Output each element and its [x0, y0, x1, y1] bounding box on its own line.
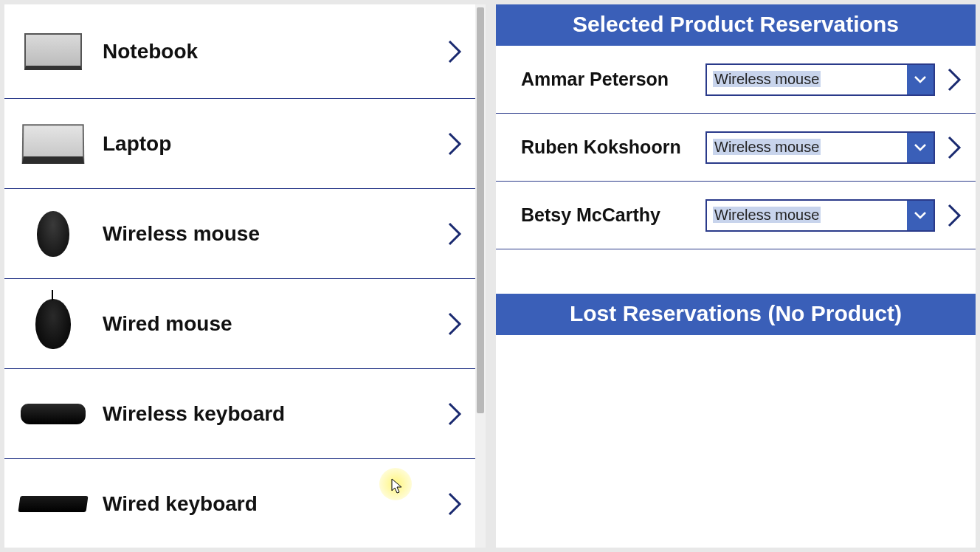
product-dropdown[interactable]: Wireless mouse: [705, 131, 935, 164]
product-row[interactable]: Wireless keyboard: [4, 369, 475, 459]
chevron-right-icon: [440, 401, 469, 427]
product-thumbnail: [18, 294, 88, 353]
dropdown-selected-value: Wireless mouse: [707, 139, 907, 156]
reservation-person: Ammar Peterson: [521, 69, 705, 90]
chevron-right-icon[interactable]: [939, 67, 968, 92]
section-gap: [496, 249, 976, 294]
chevron-down-icon: [914, 75, 927, 84]
product-thumbnail: [18, 384, 88, 444]
dropdown-selected-value: Wireless mouse: [707, 207, 907, 224]
chevron-right-icon: [440, 39, 469, 64]
reservation-row: Ruben Kokshoorn Wireless mouse: [496, 114, 976, 182]
product-name: Wireless keyboard: [88, 402, 440, 426]
dropdown-toggle-button[interactable]: [907, 65, 934, 94]
product-thumbnail: [18, 22, 88, 81]
chevron-right-icon: [440, 311, 469, 337]
product-row[interactable]: Wireless mouse: [4, 189, 475, 279]
product-thumbnail: [18, 204, 88, 263]
chevron-down-icon: [914, 211, 927, 220]
chevron-right-icon: [440, 131, 469, 156]
scrollbar-thumb[interactable]: [477, 7, 484, 413]
chevron-right-icon: [440, 491, 469, 517]
chevron-right-icon[interactable]: [939, 135, 968, 160]
reservation-row: Ammar Peterson Wireless mouse: [496, 46, 976, 114]
product-name: Laptop: [88, 132, 440, 156]
product-dropdown[interactable]: Wireless mouse: [705, 199, 935, 232]
product-name: Wired keyboard: [88, 492, 440, 516]
reservation-person: Ruben Kokshoorn: [521, 137, 705, 158]
dropdown-selected-value: Wireless mouse: [707, 71, 907, 88]
reservations-pane: Selected Product Reservations Ammar Pete…: [496, 4, 976, 548]
product-thumbnail: [18, 475, 88, 534]
product-row[interactable]: Wired keyboard: [4, 459, 475, 548]
product-row[interactable]: Laptop: [4, 99, 475, 189]
product-name: Wired mouse: [88, 312, 440, 336]
product-list-pane: Notebook Laptop Wireless mouse Wired mou…: [4, 4, 475, 548]
chevron-right-icon[interactable]: [939, 203, 968, 228]
product-row[interactable]: Wired mouse: [4, 279, 475, 369]
product-dropdown[interactable]: Wireless mouse: [705, 63, 935, 96]
chevron-right-icon: [440, 221, 469, 246]
product-row[interactable]: Notebook: [4, 4, 475, 99]
reservation-row: Betsy McCarthy Wireless mouse: [496, 182, 976, 249]
lost-reservations-header: Lost Reservations (No Product): [496, 294, 976, 335]
chevron-down-icon: [914, 143, 927, 152]
selected-reservations-header: Selected Product Reservations: [496, 4, 976, 46]
dropdown-toggle-button[interactable]: [907, 133, 934, 162]
dropdown-toggle-button[interactable]: [907, 201, 934, 230]
reservation-person: Betsy McCarthy: [521, 204, 705, 226]
app-root: Notebook Laptop Wireless mouse Wired mou…: [0, 0, 980, 552]
product-name: Notebook: [88, 40, 440, 63]
product-name: Wireless mouse: [88, 222, 440, 246]
product-thumbnail: [18, 114, 88, 173]
left-scrollbar[interactable]: [475, 4, 486, 548]
